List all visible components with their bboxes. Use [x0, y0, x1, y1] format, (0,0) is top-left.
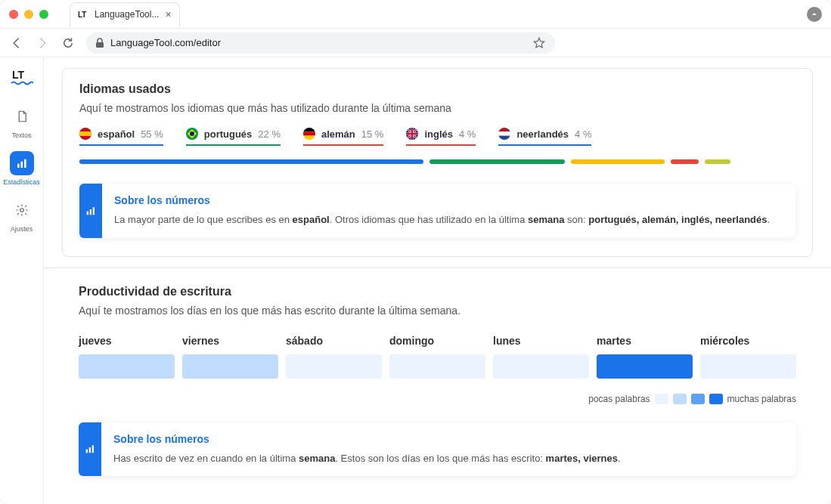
url-text: LanguageTool.com/editor	[110, 37, 221, 48]
language-pct: 4 %	[575, 128, 591, 140]
sidebar: LT Textos Estadísticas Ajustes	[0, 57, 44, 504]
language-item-portuguese[interactable]: portugués 22 %	[186, 128, 281, 146]
bar-segment-portuguese	[429, 159, 566, 164]
language-pct: 22 %	[258, 128, 281, 140]
day-heat-cell	[597, 354, 693, 379]
info-icon-wrap	[79, 422, 101, 477]
day-label: domingo	[389, 335, 485, 347]
day-column: miércoles	[700, 335, 796, 379]
stats-icon	[85, 205, 97, 217]
svg-rect-13	[303, 131, 315, 135]
language-name: español	[98, 128, 135, 140]
svg-rect-19	[406, 133, 418, 135]
sidebar-item-texts[interactable]: Textos	[4, 100, 40, 144]
panel-title: Idiomas usados	[79, 82, 795, 96]
bar-segment-german	[571, 159, 664, 164]
panel-title: Productividad de escritura	[79, 285, 796, 298]
day-column: lunes	[493, 335, 589, 379]
language-usage-bar	[79, 159, 795, 164]
svg-rect-5	[24, 159, 26, 168]
day-heat-cell	[389, 354, 485, 379]
language-item-english[interactable]: inglés 4 %	[406, 128, 476, 146]
svg-rect-26	[86, 450, 88, 453]
tab-favicon: LT	[78, 9, 88, 20]
day-column: domingo	[389, 335, 485, 379]
languages-list: español 55 % portugués 22 % alemán 15 %	[79, 128, 795, 146]
svg-rect-12	[303, 128, 315, 131]
svg-rect-21	[498, 131, 510, 135]
svg-rect-25	[93, 207, 95, 215]
bookmark-star-icon[interactable]	[532, 36, 546, 50]
svg-text:LT: LT	[12, 69, 25, 81]
close-window-button[interactable]	[9, 10, 18, 19]
day-column: sábado	[286, 335, 382, 379]
svg-rect-4	[20, 162, 23, 168]
flag-spain-icon	[79, 128, 91, 140]
language-pct: 4 %	[459, 128, 476, 140]
legend-many-label: muchas palabras	[727, 394, 796, 404]
minimize-window-button[interactable]	[24, 10, 33, 19]
app-logo[interactable]: LT	[9, 66, 35, 88]
sidebar-item-settings[interactable]: Ajustes	[4, 193, 40, 237]
address-bar-row: LanguageTool.com/editor	[0, 29, 831, 57]
svg-rect-28	[92, 446, 94, 453]
svg-rect-1	[96, 42, 104, 48]
svg-rect-22	[498, 136, 510, 140]
language-item-dutch[interactable]: neerlandés 4 %	[498, 128, 591, 146]
day-heat-cell	[493, 354, 589, 379]
stats-icon	[84, 443, 96, 455]
info-card-text: Has escrito de vez en cuando en la últim…	[113, 451, 784, 466]
legend-swatch	[655, 394, 668, 404]
svg-point-6	[20, 209, 23, 212]
day-label: jueves	[79, 335, 175, 347]
language-item-spanish[interactable]: español 55 %	[79, 128, 163, 146]
sidebar-item-label: Ajustes	[11, 225, 33, 233]
svg-text:LT: LT	[78, 11, 86, 19]
flag-germany-icon	[303, 128, 315, 140]
flag-netherlands-icon	[498, 128, 510, 140]
reload-button[interactable]	[60, 36, 76, 51]
back-button[interactable]	[9, 36, 24, 51]
day-label: viernes	[182, 335, 278, 347]
language-pct: 55 %	[141, 128, 163, 140]
day-heat-cell	[700, 354, 796, 379]
window-controls	[9, 10, 48, 19]
svg-rect-3	[17, 164, 20, 168]
address-bar[interactable]: LanguageTool.com/editor	[86, 32, 555, 54]
legend-few-label: pocas palabras	[588, 394, 650, 404]
legend-swatch	[673, 394, 687, 404]
forward-button[interactable]	[35, 36, 50, 51]
sidebar-item-label: Estadísticas	[3, 178, 40, 186]
lock-icon	[95, 38, 104, 48]
info-card-text: La mayor parte de lo que escribes es en …	[114, 212, 783, 227]
day-label: sábado	[286, 335, 382, 347]
heat-legend: pocas palabras muchas palabras	[79, 394, 796, 404]
panel-subtitle: Aquí te mostramos los idiomas que más ha…	[79, 102, 795, 114]
day-column: jueves	[79, 335, 175, 379]
day-heat-cell	[182, 354, 278, 379]
day-label: lunes	[493, 335, 589, 347]
day-heat-cell	[286, 354, 382, 379]
close-tab-icon[interactable]: ×	[165, 8, 171, 20]
language-item-german[interactable]: alemán 15 %	[303, 128, 383, 146]
sidebar-item-stats[interactable]: Estadísticas	[4, 147, 40, 190]
browser-menu-icon[interactable]	[807, 7, 822, 22]
maximize-window-button[interactable]	[39, 10, 48, 19]
day-label: miércoles	[700, 335, 796, 347]
bar-segment-dutch	[705, 159, 730, 164]
gear-icon	[10, 198, 34, 222]
main-content: Idiomas usados Aquí te mostramos los idi…	[44, 57, 831, 504]
info-card-title: Sobre los números	[114, 194, 783, 206]
svg-point-11	[190, 131, 194, 136]
language-name: neerlandés	[516, 128, 569, 140]
day-label: martes	[597, 335, 693, 347]
info-card-title: Sobre los números	[113, 433, 784, 445]
sidebar-item-label: Textos	[11, 131, 31, 139]
days-grid: jueves viernes sábado domingo lunes	[79, 335, 796, 379]
document-icon	[10, 104, 34, 128]
flag-uk-icon	[406, 128, 418, 140]
svg-rect-23	[87, 211, 88, 215]
browser-tab[interactable]: LT LanguageTool... ×	[70, 2, 180, 26]
bar-segment-english	[671, 159, 699, 164]
svg-rect-14	[303, 136, 315, 140]
